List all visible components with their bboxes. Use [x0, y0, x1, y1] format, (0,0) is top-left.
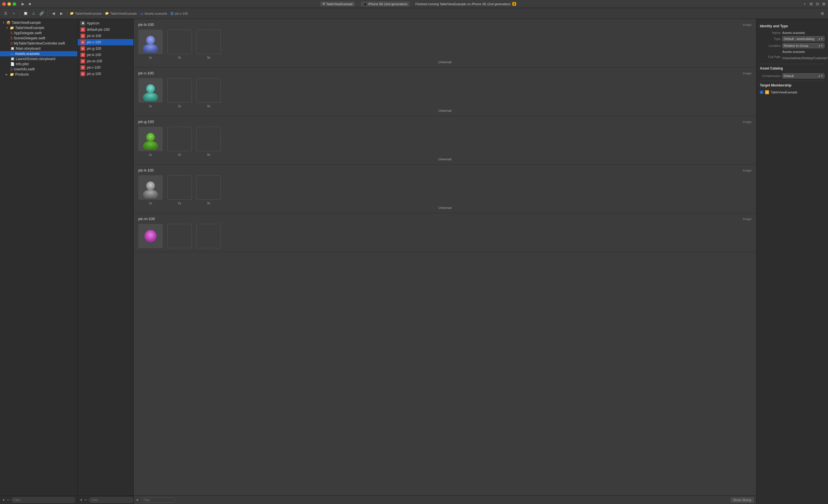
asset-editor-bottom: + Show Slicing: [134, 495, 756, 504]
asset-add-bottom[interactable]: +: [136, 497, 138, 503]
toolbar-warning[interactable]: ⚠: [30, 10, 37, 17]
tree-arrow-folder: ▼: [6, 27, 9, 29]
fullscreen-button[interactable]: [13, 2, 16, 6]
inspector-target-checkbox[interactable]: ✓: [760, 91, 763, 94]
main-content: ▼ 📦 TableViewExample ▼ 📁 TableViewExampl…: [0, 19, 828, 504]
image-box-m-1x[interactable]: [138, 224, 163, 248]
asset-item-pic-y[interactable]: A pic-y-100: [78, 71, 133, 77]
asset-section-pic-c: pic-c-100 Image: [134, 67, 756, 116]
asset-item-pic-c[interactable]: A pic-c-100: [78, 39, 133, 45]
tree-item-infoplist[interactable]: 📄 Info.plist: [0, 61, 77, 67]
tree-item-assets[interactable]: 🗂 Assets.xcassets: [0, 51, 77, 56]
slot-label-k-1x: 1x: [149, 201, 152, 205]
inspector-location-select[interactable]: Relative to Group ▲▼: [782, 43, 825, 48]
image-box-k-2x[interactable]: [167, 175, 192, 200]
pic-b-icon: A: [81, 34, 85, 38]
target-icon: ⚙: [765, 90, 769, 94]
asset-add-button[interactable]: +: [80, 497, 83, 503]
asset-section-header-pic-k: pic-k-100 Image: [138, 168, 751, 172]
image-slots-pic-m: [138, 224, 751, 248]
image-box-c-1x[interactable]: [138, 78, 163, 103]
toolbar-sidebar-toggle[interactable]: ☰: [2, 10, 9, 17]
asset-name-pic-c: pic-c-100: [138, 71, 154, 75]
inspector-target-row[interactable]: ✓ ⚙ TableViewExample: [760, 90, 825, 94]
asset-section-header-pic-c: pic-c-100 Image: [138, 71, 751, 75]
project-tab[interactable]: ⚙ TableViewExample: [320, 1, 355, 6]
tree-item-launchscreen[interactable]: 🔲 LaunchScreen.storyboard: [0, 56, 77, 61]
image-box-b-3x[interactable]: [196, 30, 221, 54]
tree-item-mytableviewcontroller[interactable]: S MyTableTableViewController.swift: [0, 41, 77, 46]
image-box-k-3x[interactable]: [196, 175, 221, 200]
image-box-m-3x[interactable]: [196, 224, 221, 248]
asset-type-pic-c: Image: [743, 72, 751, 75]
image-box-k-1x[interactable]: [138, 175, 163, 200]
asset-item-appicon[interactable]: 🔲 AppIcon: [78, 20, 133, 27]
asset-bottom-filter[interactable]: [141, 497, 175, 503]
tree-item-mainstoryboard[interactable]: 🔲 Main.storyboard: [0, 46, 77, 51]
add-window-button[interactable]: +: [803, 2, 807, 6]
project-icon: 📦: [6, 21, 11, 25]
inspector-compression-select[interactable]: Default ▲▼: [782, 73, 825, 79]
layout-button-3[interactable]: ⊠: [822, 2, 826, 6]
tree-item-project[interactable]: ▼ 📦 TableViewExample: [0, 20, 77, 25]
layout-button-2[interactable]: ⊟: [815, 2, 819, 6]
image-box-g-1x[interactable]: [138, 127, 163, 151]
sidebar-filter-input[interactable]: [11, 497, 75, 503]
breadcrumb-folder[interactable]: 📁 TableViewExample: [105, 11, 137, 15]
asset-item-default-pic[interactable]: A default-pic-100: [78, 27, 133, 33]
image-box-c-2x[interactable]: [167, 78, 192, 103]
layout-button-1[interactable]: ⊞: [809, 2, 813, 6]
inspector-toggle[interactable]: ⊞: [819, 10, 826, 17]
image-box-m-2x[interactable]: [167, 224, 192, 248]
asset-item-pic-k[interactable]: A pic-k-100: [78, 52, 133, 58]
tree-item-appdelegate[interactable]: S AppDelegate.swift: [0, 31, 77, 36]
image-slot-b-1x: 1x: [138, 30, 163, 59]
inspector-location-label: Location: [760, 44, 781, 47]
svg-point-12: [144, 230, 157, 242]
toolbar-breakpoint[interactable]: 🔗: [38, 10, 45, 17]
toolbar-back[interactable]: ◀: [50, 10, 57, 17]
tree-item-folder[interactable]: ▼ 📁 TableViewExample: [0, 25, 77, 31]
image-box-b-1x[interactable]: [138, 30, 163, 54]
breadcrumb-asset[interactable]: 🖼 pic-c-100: [170, 12, 188, 15]
image-box-g-3x[interactable]: [196, 127, 221, 151]
asset-item-pic-m[interactable]: A pic-m-100: [78, 58, 133, 64]
breadcrumb-sep-1: ›: [103, 12, 104, 15]
breadcrumb-project[interactable]: 📁 TableViewExample: [70, 11, 102, 15]
avatar-blue: [140, 31, 161, 53]
run-button[interactable]: ▶: [19, 1, 27, 7]
close-button[interactable]: [2, 2, 6, 6]
toolbar-filter[interactable]: 🔲: [22, 10, 29, 17]
asset-item-pic-g[interactable]: A pic-g-100: [78, 45, 133, 52]
image-slot-k-3x: 3x: [196, 175, 221, 205]
toolbar-add[interactable]: +: [10, 10, 17, 17]
sidebar-add-button[interactable]: +: [2, 497, 5, 503]
inspector-type-select[interactable]: Default - assetcatalog ▲▼: [782, 36, 825, 41]
tree-item-scenedelegate[interactable]: S SceneDelegate.swift: [0, 36, 77, 41]
file-tree-content: ▼ 📦 TableViewExample ▼ 📁 TableViewExampl…: [0, 19, 77, 495]
universal-label-b: Universal: [138, 60, 751, 64]
image-box-g-2x[interactable]: [167, 127, 192, 151]
asset-filter-input[interactable]: [89, 497, 134, 503]
avatar-cyan: [140, 80, 161, 101]
show-slicing-button[interactable]: Show Slicing: [731, 497, 754, 503]
slot-label-b-3x: 3x: [207, 56, 210, 59]
asset-name-pic-b: pic-b-100: [138, 22, 154, 27]
asset-remove-button[interactable]: −: [84, 497, 87, 503]
asset-item-pic-r[interactable]: A pic-r-100: [78, 64, 133, 71]
stop-button[interactable]: ■: [27, 1, 33, 7]
image-box-c-3x[interactable]: [196, 78, 221, 103]
tree-item-products[interactable]: ▶ 📁 Products: [0, 72, 77, 77]
folder-icon-1: 📁: [105, 11, 109, 15]
title-bar-right: + ⊞ ⊟ ⊠: [803, 2, 826, 6]
universal-label-c: Universal: [138, 109, 751, 112]
tree-item-userinfo[interactable]: S UserInfo.swift: [0, 67, 77, 72]
asset-item-pic-b[interactable]: A pic-b-100: [78, 33, 133, 39]
device-tab[interactable]: 📱 iPhone SE (2nd generation): [361, 1, 410, 6]
inspector-panel: Identity and Type Name Assets.xcassets T…: [756, 19, 828, 504]
image-box-b-2x[interactable]: [167, 30, 192, 54]
minimize-button[interactable]: [7, 2, 11, 6]
sidebar-remove-button[interactable]: −: [7, 497, 9, 503]
breadcrumb-xcassets[interactable]: 🗂 Assets.xcassets: [140, 12, 167, 15]
toolbar-forward[interactable]: ▶: [58, 10, 65, 17]
